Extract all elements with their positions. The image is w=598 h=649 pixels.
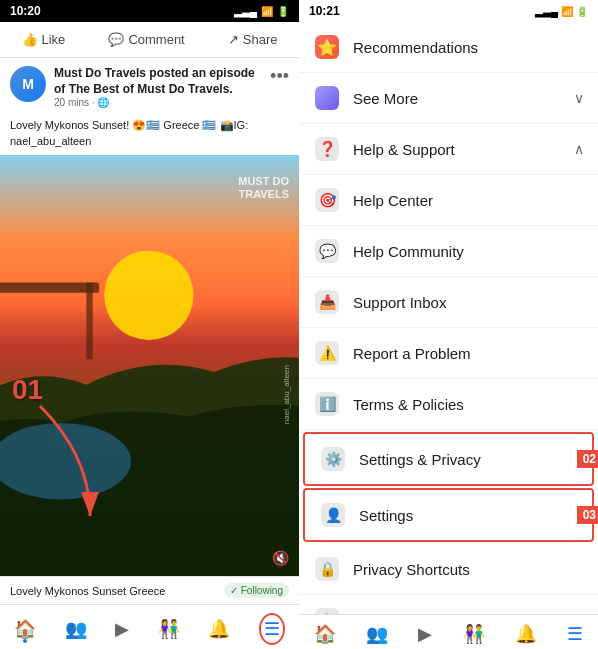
help-community-icon-wrap: 💬 [313, 237, 341, 265]
help-center-label: Help Center [353, 192, 584, 209]
see-more-icon-wrap [313, 84, 341, 112]
settings-privacy-icon: ⚙️ [321, 447, 345, 471]
recommendations-icon-wrap: ⭐ [313, 33, 341, 61]
help-center-icon: 🎯 [315, 188, 339, 212]
share-button[interactable]: ↗ Share [220, 28, 286, 51]
settings-privacy-label: Settings & Privacy [359, 451, 578, 468]
signal-icon-right: ▂▃▄ [535, 6, 558, 17]
help-community-label: Help Community [353, 243, 584, 260]
home-icon: 🏠 [14, 618, 36, 640]
right-panel: 10:21 ▂▃▄ 📶 🔋 ⭐ Recommendations [299, 0, 598, 649]
menu-item-settings[interactable]: 👤 Settings 03 [303, 488, 594, 542]
nav-friends-right[interactable]: 👥 [366, 623, 388, 645]
menu-item-privacy-shortcuts[interactable]: 🔒 Privacy Shortcuts [299, 544, 598, 595]
nav-groups-right[interactable]: 👫 [463, 623, 485, 645]
nav-bell-right[interactable]: 🔔 [515, 623, 537, 645]
status-icons-left: ▂▃▄ 📶 🔋 [234, 6, 289, 17]
help-community-icon: 💬 [315, 239, 339, 263]
help-center-icon-wrap: 🎯 [313, 186, 341, 214]
see-more-icon [315, 86, 339, 110]
nav-menu-right[interactable]: ☰ [567, 623, 583, 645]
status-icons-right: ▂▃▄ 📶 🔋 [535, 6, 588, 17]
svg-point-0 [104, 251, 193, 340]
menu-item-help-center[interactable]: 🎯 Help Center [299, 175, 598, 226]
help-support-icon: ❓ [315, 137, 339, 161]
nav-home-right[interactable]: 🏠 [314, 623, 336, 645]
wifi-icon-right: 📶 [561, 6, 573, 17]
menu-item-support-inbox[interactable]: 📥 Support Inbox [299, 277, 598, 328]
menu-item-see-more[interactable]: See More ∨ [299, 73, 598, 124]
privacy-shortcuts-label: Privacy Shortcuts [353, 561, 584, 578]
left-panel: 10:20 ▂▃▄ 📶 🔋 👍 Like 💬 Comment ↗ Share M… [0, 0, 299, 649]
menu-item-recommendations[interactable]: ⭐ Recommendations [299, 22, 598, 73]
menu-item-settings-privacy[interactable]: ⚙️ Settings & Privacy 02 [303, 432, 594, 486]
nav-groups[interactable]: 👫 [158, 618, 180, 640]
post-options[interactable]: ••• [270, 66, 289, 87]
bottom-nav-left: 🏠 👥 ▶ 👫 🔔 ☰ [0, 604, 299, 649]
support-inbox-icon: 📥 [315, 290, 339, 314]
settings-icon-wrap: 👤 [319, 501, 347, 529]
report-problem-icon-wrap: ⚠️ [313, 339, 341, 367]
post-meta: Must Do Travels posted an episode of The… [54, 66, 262, 108]
bell-icon: 🔔 [208, 618, 230, 640]
active-indicator [23, 639, 27, 643]
time-left: 10:20 [10, 4, 41, 18]
terms-policies-icon: ℹ️ [315, 392, 339, 416]
friends-icon: 👥 [65, 618, 87, 640]
settings-privacy-icon-wrap: ⚙️ [319, 445, 347, 473]
video-counter: 01 [12, 374, 43, 406]
support-inbox-label: Support Inbox [353, 294, 584, 311]
annotation-02: 02 [577, 450, 598, 468]
home-icon-right: 🏠 [314, 623, 336, 645]
status-bar-left: 10:20 ▂▃▄ 📶 🔋 [0, 0, 299, 22]
groups-icon-right: 👫 [463, 623, 485, 645]
your-time-label: Your Time on Facebook [353, 612, 584, 615]
avatar: M [10, 66, 46, 102]
wifi-icon: 📶 [261, 6, 273, 17]
report-problem-icon: ⚠️ [315, 341, 339, 365]
groups-icon: 👫 [158, 618, 180, 640]
nav-reels[interactable]: ▶ [115, 618, 129, 640]
fb-action-bar: 👍 Like 💬 Comment ↗ Share [0, 22, 299, 58]
help-support-icon-wrap: ❓ [313, 135, 341, 163]
privacy-shortcuts-icon: 🔒 [315, 557, 339, 581]
menu-item-your-time[interactable]: ⏱ Your Time on Facebook [299, 595, 598, 614]
post-author: Must Do Travels posted an episode of The… [54, 66, 262, 97]
your-time-icon: ⏱ [315, 608, 339, 614]
like-button[interactable]: 👍 Like [14, 28, 74, 51]
menu-item-report-problem[interactable]: ⚠️ Report a Problem [299, 328, 598, 379]
nav-menu[interactable]: ☰ [259, 613, 285, 645]
nav-notifications[interactable]: 🔔 [208, 618, 230, 640]
settings-icon: 👤 [321, 503, 345, 527]
help-support-label: Help & Support [353, 141, 562, 158]
help-support-chevron: ∧ [574, 141, 584, 157]
menu-icon: ☰ [264, 618, 280, 640]
nav-friends[interactable]: 👥 [65, 618, 87, 640]
terms-policies-label: Terms & Policies [353, 396, 584, 413]
sound-icon[interactable]: 🔇 [272, 550, 289, 566]
post-time: 20 mins · 🌐 [54, 97, 262, 108]
menu-item-help-community[interactable]: 💬 Help Community [299, 226, 598, 277]
bottom-caption: Lovely Mykonos Sunset Greece ✓ Following [0, 576, 299, 604]
video-container[interactable]: MUST DO TRAVELS 01 nael_abu_alteen 🔇 [0, 155, 299, 576]
menu-list: ⭐ Recommendations See More ∨ ❓ Help & S [299, 22, 598, 614]
menu-item-terms-policies[interactable]: ℹ️ Terms & Policies [299, 379, 598, 430]
bottom-nav-right: 🏠 👥 ▶ 👫 🔔 ☰ [299, 614, 598, 649]
signal-icon: ▂▃▄ [234, 6, 257, 17]
video-background: MUST DO TRAVELS 01 nael_abu_alteen 🔇 [0, 155, 299, 576]
following-badge: ✓ Following [224, 583, 289, 598]
support-inbox-icon-wrap: 📥 [313, 288, 341, 316]
menu-item-help-support[interactable]: ❓ Help & Support ∧ [299, 124, 598, 175]
friends-icon-right: 👥 [366, 623, 388, 645]
nav-home[interactable]: 🏠 [14, 618, 36, 640]
terms-policies-icon-wrap: ℹ️ [313, 390, 341, 418]
nav-reels-right[interactable]: ▶ [418, 623, 432, 645]
time-right: 10:21 [309, 4, 340, 18]
reels-icon-right: ▶ [418, 623, 432, 645]
recommendations-label: Recommendations [353, 39, 584, 56]
share-icon: ↗ [228, 32, 239, 47]
svg-rect-2 [0, 283, 99, 293]
see-more-label: See More [353, 90, 562, 107]
comment-button[interactable]: 💬 Comment [100, 28, 192, 51]
post-description: Lovely Mykonos Sunset! 😍🇬🇷 Greece 🇬🇷 📸IG… [0, 116, 299, 155]
